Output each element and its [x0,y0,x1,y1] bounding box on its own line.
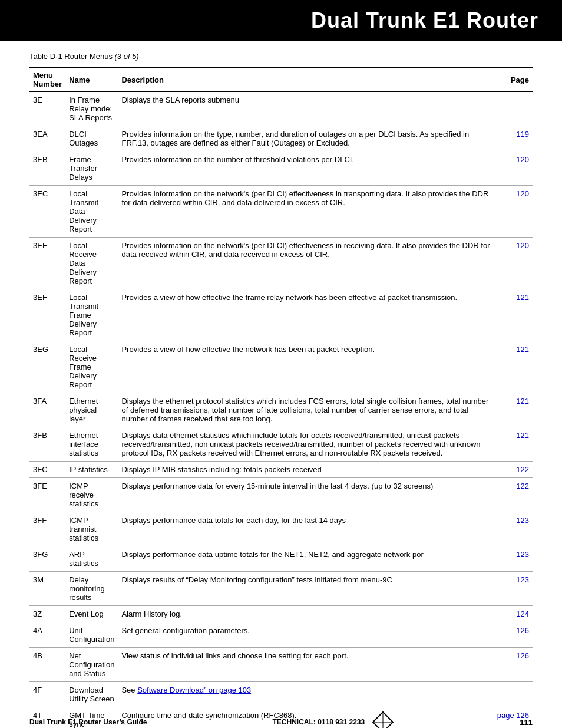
cell-menu-number: 3EA [29,126,65,151]
cell-name: Event Log [65,606,118,622]
cell-menu-number: 3FC [29,462,65,478]
cell-page: 120 [494,151,533,186]
table-row: 4FDownload Utility ScreenSee Software Do… [29,682,533,707]
cell-page: 122 [494,462,533,478]
cell-menu-number: 3EF [29,289,65,341]
table-row: 3FCIP statisticsDisplays IP MIB statisti… [29,462,533,478]
page-title: Dual Trunk E1 Router [311,8,538,33]
table-row: 3EELocal Receive Data Delivery ReportPro… [29,238,533,289]
cell-menu-number: 3E [29,92,65,126]
footer-left: Dual Trunk E1 Router User’s Guide [29,718,147,726]
cell-name: Local Receive Data Delivery Report [65,238,118,289]
footer-technical: TECHNICAL: 0118 931 2233 [272,718,365,726]
table-row: 3EADLCI OutagesProvides information on t… [29,126,533,151]
cell-description: Displays IP MIB statistics including: to… [118,462,493,478]
table-row: 3MDelay monitoring resultsDisplays resul… [29,572,533,606]
cell-name: Frame Transfer Delays [65,151,118,186]
cell-description: Displays the ethernet protocol statistic… [118,393,493,427]
cell-menu-number: 3FB [29,427,65,462]
cell-name: ICMP receive statistics [65,478,118,512]
cell-name: IP statistics [65,462,118,478]
cell-page: 126 [494,622,533,648]
cell-menu-number: 4F [29,682,65,707]
cell-description: See Software Download” on page 103 [118,682,493,707]
cell-name: Delay monitoring results [65,572,118,606]
table-row: 3EGLocal Receive Frame Delivery ReportPr… [29,341,533,393]
cell-name: In Frame Relay mode: SLA Reports [65,92,118,126]
cell-page [494,92,533,126]
cell-description: Displays performance data uptime totals … [118,546,493,572]
cell-menu-number: 3EC [29,186,65,238]
cell-description: Provides information on the network's (p… [118,186,493,238]
table-row: 3ECLocal Transmit Data Delivery ReportPr… [29,186,533,238]
cell-description: Alarm History log. [118,606,493,622]
cell-page: 123 [494,572,533,606]
footer-logo-icon [372,711,394,728]
cell-name: ARP statistics [65,546,118,572]
table-header-row: MenuNumber Name Description Page [29,67,533,92]
cell-name: Local Transmit Data Delivery Report [65,186,118,238]
software-download-link[interactable]: Software Download” on page 103 [137,686,251,694]
cell-description: Displays performance data for every 15-m… [118,478,493,512]
cell-name: Local Receive Frame Delivery Report [65,341,118,393]
table-row: 3FEICMP receive statisticsDisplays perfo… [29,478,533,512]
table-row: 3EIn Frame Relay mode: SLA ReportsDispla… [29,92,533,126]
footer-center: TECHNICAL: 0118 931 2233 [272,711,394,728]
table-row: 3ZEvent LogAlarm History log.124 [29,606,533,622]
cell-description: Provides information on the number of th… [118,151,493,186]
cell-menu-number: 3FE [29,478,65,512]
table-caption-label: Table D-1 Router Menus [29,52,115,61]
cell-description: Provides a view of how effective the net… [118,341,493,393]
footer: Dual Trunk E1 Router User’s Guide TECHNI… [0,706,562,728]
cell-description: Displays data ethernet statistics which … [118,427,493,462]
cell-description: View status of individual links and choo… [118,648,493,682]
cell-page: 123 [494,546,533,572]
table-caption-italic: (3 of 5) [115,52,139,61]
cell-name: ICMP tranmist statistics [65,512,118,546]
cell-menu-number: 3EB [29,151,65,186]
table-row: 3FBEthernet interface statisticsDisplays… [29,427,533,462]
table-row: 4BNet Configuration and StatusView statu… [29,648,533,682]
cell-page: 121 [494,393,533,427]
table-caption: Table D-1 Router Menus (3 of 5) [29,52,533,61]
cell-name: Ethernet interface statistics [65,427,118,462]
main-content: Table D-1 Router Menus (3 of 5) MenuNumb… [0,41,562,728]
cell-name: Download Utility Screen [65,682,118,707]
header-bar: Dual Trunk E1 Router [0,0,562,41]
header-page: Page [494,67,533,92]
cell-description: Displays performance data totals for eac… [118,512,493,546]
cell-name: Net Configuration and Status [65,648,118,682]
cell-menu-number: 3FF [29,512,65,546]
cell-description: Provides a view of how effective the fra… [118,289,493,341]
cell-name: Unit Configuration [65,622,118,648]
cell-description: Provides information on the network's (p… [118,238,493,289]
table-row: 3FFICMP tranmist statisticsDisplays perf… [29,512,533,546]
cell-page: 126 [494,648,533,682]
cell-menu-number: 4A [29,622,65,648]
table-row: 3EFLocal Transmit Frame Delivery ReportP… [29,289,533,341]
cell-page: 120 [494,238,533,289]
cell-description: Displays results of “Delay Monitoring co… [118,572,493,606]
cell-page: 124 [494,606,533,622]
table-row: 4AUnit ConfigurationSet general configur… [29,622,533,648]
cell-menu-number: 3Z [29,606,65,622]
cell-name: Local Transmit Frame Delivery Report [65,289,118,341]
cell-description: Provides information on the type, number… [118,126,493,151]
cell-page: 119 [494,126,533,151]
router-menus-table: MenuNumber Name Description Page 3EIn Fr… [29,67,533,728]
header-description: Description [118,67,493,92]
table-row: 3FAEthernet physical layerDisplays the e… [29,393,533,427]
cell-name: DLCI Outages [65,126,118,151]
cell-page: 121 [494,341,533,393]
footer-page-number: 111 [520,718,533,727]
header-name: Name [65,67,118,92]
table-row: 3EBFrame Transfer DelaysProvides informa… [29,151,533,186]
cell-menu-number: 3M [29,572,65,606]
cell-menu-number: 3FA [29,393,65,427]
header-menu-number: MenuNumber [29,67,65,92]
cell-name: Ethernet physical layer [65,393,118,427]
cell-description: Set general configuration parameters. [118,622,493,648]
cell-menu-number: 3EE [29,238,65,289]
cell-menu-number: 3EG [29,341,65,393]
cell-menu-number: 3FG [29,546,65,572]
